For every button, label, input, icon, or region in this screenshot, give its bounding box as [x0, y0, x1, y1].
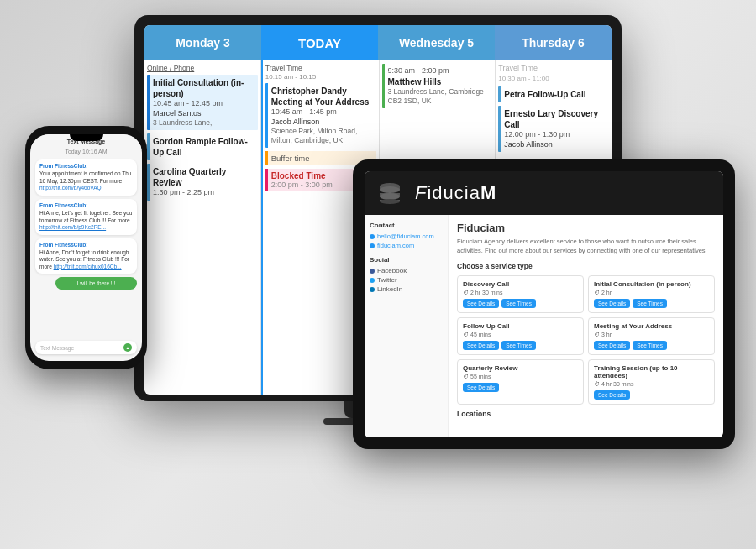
phone-send-button[interactable]: ▲: [123, 343, 132, 352]
svg-point-2: [380, 186, 400, 193]
thu-travel-time-range: 10:30 am - 11:00: [498, 75, 609, 82]
phone-reply-bubble: I will be there !!!: [55, 277, 137, 290]
monday-online-phone: Online / Phone: [147, 64, 258, 72]
monday-event-1[interactable]: Initial Consultation (in-person) 10:45 a…: [147, 75, 258, 130]
service-follow-up-call[interactable]: Follow-Up Call ⏱ 45 mins See Details See…: [457, 317, 584, 355]
today-travel-label: Travel Time: [265, 64, 376, 72]
col-header-today: TODAY: [261, 25, 378, 60]
quarterly-see-details[interactable]: See Details: [463, 383, 499, 392]
tablet-main: Fiduciam Fiduciam Agency delivers excell…: [449, 215, 723, 437]
discovery-see-details[interactable]: See Details: [463, 299, 499, 308]
email-dot: [370, 234, 375, 239]
discovery-see-times[interactable]: See Times: [501, 299, 536, 308]
sidebar-email[interactable]: hello@fiduciam.com: [370, 233, 443, 240]
tablet-sidebar: Contact hello@fiduciam.com fiduciam.com …: [365, 215, 449, 437]
tablet: FiduciaM Contact hello@fiduciam.com: [353, 159, 735, 449]
company-name: Fiduciam: [457, 222, 715, 234]
followup-see-times[interactable]: See Times: [501, 341, 536, 350]
thu-event-2[interactable]: Ernesto Lary Discovery Call 12:00 pm - 1…: [498, 106, 609, 152]
sidebar-contact-section: Contact hello@fiduciam.com fiduciam.com: [370, 222, 443, 249]
linkedin-dot: [370, 287, 375, 292]
twitter-dot: [370, 278, 375, 283]
initial-see-times[interactable]: See Times: [633, 299, 667, 308]
today-travel-time: 10:15 am - 10:15: [265, 73, 376, 81]
tablet-content: Contact hello@fiduciam.com fiduciam.com …: [365, 215, 723, 437]
sidebar-facebook[interactable]: Facebook: [370, 267, 443, 274]
training-see-details[interactable]: See Details: [594, 390, 630, 400]
facebook-dot: [370, 269, 375, 274]
followup-see-details[interactable]: See Details: [463, 341, 499, 350]
col-header-wednesday: Wednesday 5: [378, 25, 495, 60]
sidebar-twitter[interactable]: Twitter: [370, 276, 443, 284]
sidebar-social-section: Social Facebook Twitter LinkedIn: [370, 256, 443, 293]
today-event-1[interactable]: Christopher Dandy Meeting at Your Addres…: [265, 83, 376, 148]
thu-event-1[interactable]: Petra Follow-Up Call: [498, 86, 609, 102]
company-description: Fiduciam Agency delivers excellent servi…: [457, 238, 715, 255]
phone-notch: [70, 134, 103, 141]
sidebar-website[interactable]: fiduciam.com: [370, 242, 443, 249]
monday-event-3[interactable]: Carolina Quarterly Review 1:30 pm - 2:25…: [147, 164, 258, 201]
col-header-monday: Monday 3: [144, 25, 261, 60]
website-dot: [370, 243, 375, 248]
phone-message-time: Today 10:16 AM: [30, 148, 142, 156]
service-initial-consultation[interactable]: Initial Consultation (in person) ⏱ 2 hr …: [588, 275, 715, 313]
calendar-header: Monday 3 TODAY Wednesday 5 Thursday 6: [144, 25, 612, 60]
col-header-thursday: Thursday 6: [495, 25, 612, 60]
tablet-brand-name: FiduciaM: [415, 182, 496, 204]
phone-message-1: From FitnessClub: Your appointment is co…: [35, 159, 137, 196]
phone-message-3: From FitnessClub: Hi Anne, Don't forget …: [35, 238, 137, 274]
sidebar-linkedin[interactable]: LinkedIn: [370, 285, 443, 293]
service-quarterly-review[interactable]: Quarterly Review ⏱ 55 mins See Details: [457, 359, 584, 405]
service-discovery-call[interactable]: Discovery Call ⏱ 2 hr 30 mins See Detail…: [457, 275, 584, 313]
services-grid: Discovery Call ⏱ 2 hr 30 mins See Detail…: [457, 275, 715, 405]
service-training-session[interactable]: Training Session (up to 10 attendees) ⏱ …: [588, 359, 715, 405]
tablet-screen: FiduciaM Contact hello@fiduciam.com: [365, 171, 723, 437]
phone-input-bar[interactable]: Text Message ▲: [35, 341, 137, 354]
thu-travel-time: Travel Time: [498, 64, 609, 72]
service-meeting-address[interactable]: Meeting at Your Address ⏱ 3 hr See Detai…: [588, 317, 715, 355]
svg-point-6: [380, 199, 400, 204]
monday-event-2[interactable]: Gordon Rample Follow-Up Call: [147, 133, 258, 160]
services-section-title: Choose a service type: [457, 262, 715, 270]
tablet-body: FiduciaM Contact hello@fiduciam.com: [353, 159, 735, 449]
svg-point-4: [380, 193, 400, 200]
col-monday: Online / Phone Initial Consultation (in-…: [144, 60, 261, 395]
phone-message-2: From FitnessClub: Hi Anne, Let's get fit…: [35, 199, 137, 235]
phone-screen: Text Message Today 10:16 AM From Fitness…: [30, 134, 142, 361]
locations-title: Locations: [457, 410, 715, 418]
locations-section: Locations: [457, 410, 715, 418]
wed-event-1[interactable]: 9:30 am - 2:00 pm Matthew Hills 3 Laundr…: [382, 64, 493, 108]
meeting-see-details[interactable]: See Details: [594, 341, 630, 350]
initial-see-details[interactable]: See Details: [594, 299, 630, 308]
fiduciam-logo-icon: [375, 178, 405, 208]
tablet-brand-bar: FiduciaM: [365, 171, 723, 215]
meeting-see-times[interactable]: See Times: [633, 341, 667, 350]
phone: Text Message Today 10:16 AM From Fitness…: [25, 126, 147, 369]
phone-body: Text Message Today 10:16 AM From Fitness…: [25, 126, 147, 369]
